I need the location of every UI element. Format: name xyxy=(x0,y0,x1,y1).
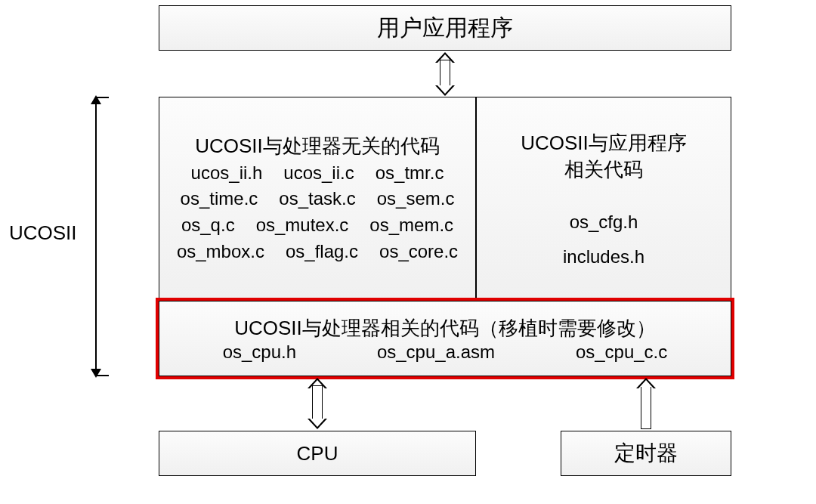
file-item: os_cpu.h xyxy=(223,342,296,363)
arrow-kernel-to-cpu xyxy=(308,378,327,429)
file-item: includes.h xyxy=(563,246,644,267)
file-item: os_tmr.c xyxy=(376,160,444,187)
file-item: os_mem.c xyxy=(369,212,453,239)
proc-dependent-files: os_cpu.h os_cpu_a.asm os_cpu_c.c xyxy=(182,342,708,363)
arrow-userapp-to-kernel xyxy=(435,52,455,96)
file-item: os_cpu_c.c xyxy=(576,342,667,363)
file-item: os_task.c xyxy=(279,186,355,212)
file-item: os_flag.c xyxy=(286,239,358,265)
cpu-label: CPU xyxy=(297,442,338,465)
timer-box: 定时器 xyxy=(561,431,731,476)
timer-label: 定时器 xyxy=(614,439,678,468)
arrow-timer-to-kernel xyxy=(636,378,656,429)
proc-independent-title: UCOSII与处理器无关的代码 xyxy=(195,132,440,159)
user-app-box: 用户应用程序 xyxy=(159,5,731,51)
file-item: os_core.c xyxy=(379,239,458,265)
file-item: os_cfg.h xyxy=(570,212,638,233)
app-related-title-1: UCOSII与应用程序 xyxy=(521,130,687,156)
ucosii-label: UCOSII xyxy=(9,221,77,245)
app-related-title-2: 相关代码 xyxy=(564,156,643,183)
user-app-title: 用户应用程序 xyxy=(377,13,513,44)
file-item: os_mutex.c xyxy=(256,212,349,239)
proc-dependent-title: UCOSII与处理器相关的代码（移植时需要修改） xyxy=(234,314,656,342)
cpu-box: CPU xyxy=(159,431,476,476)
app-related-box: UCOSII与应用程序 相关代码 os_cfg.h includes.h xyxy=(476,97,731,301)
file-item: os_sem.c xyxy=(377,186,455,212)
file-item: os_mbox.c xyxy=(177,239,264,265)
proc-dependent-box: UCOSII与处理器相关的代码（移植时需要修改） os_cpu.h os_cpu… xyxy=(159,301,731,376)
file-item: ucos_ii.c xyxy=(283,160,354,187)
proc-independent-files: ucos_ii.h ucos_ii.c os_tmr.c os_time.c o… xyxy=(175,160,459,265)
file-item: os_time.c xyxy=(181,186,258,212)
file-item: os_cpu_a.asm xyxy=(377,342,495,363)
file-item: ucos_ii.h xyxy=(191,160,263,187)
proc-independent-box: UCOSII与处理器无关的代码 ucos_ii.h ucos_ii.c os_t… xyxy=(159,97,476,301)
ucosii-bracket xyxy=(83,97,109,376)
file-item: os_q.c xyxy=(181,212,235,239)
